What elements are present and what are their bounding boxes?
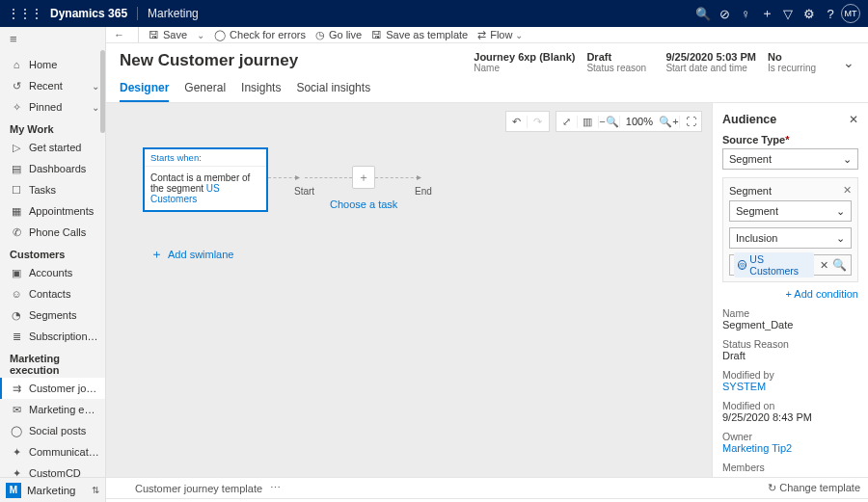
user-avatar[interactable]: MT — [841, 4, 860, 23]
chevron-down-icon: ⌄ — [92, 102, 99, 113]
redo-button[interactable]: ↷ — [528, 116, 549, 128]
flow-button[interactable]: ⇄Flow ⌄ — [477, 29, 532, 41]
tab-social-insights[interactable]: Social insights — [296, 81, 370, 102]
designer-canvas[interactable]: ↶↷ ⤢▥−🔍100%🔍+⛶ Starts when: Contact is a… — [106, 103, 712, 477]
add-icon[interactable]: ＋ — [756, 5, 777, 22]
settings-icon[interactable]: ⚙ — [799, 7, 820, 21]
nav-segments[interactable]: ◔Segments — [0, 304, 105, 326]
flow-icon: ⇄ — [477, 29, 486, 41]
layout-icon[interactable]: ▥ — [578, 116, 599, 128]
nav-social-posts[interactable]: ◯Social posts — [0, 420, 105, 441]
back-icon: ← — [114, 29, 124, 40]
nav-marketing-emails[interactable]: ✉Marketing emails — [0, 399, 105, 420]
zoom-out-button[interactable]: −🔍 — [599, 116, 620, 128]
section-marketing-exec: Marketing execution — [0, 347, 105, 378]
check-errors-button[interactable]: ◯Check for errors — [214, 29, 306, 41]
add-action-tile[interactable]: ＋ — [352, 166, 375, 189]
nav-customcd[interactable]: ✦CustomCD — [0, 462, 105, 477]
lightbulb-icon[interactable]: ♀ — [735, 7, 756, 21]
nav-appointments[interactable]: ▦Appointments — [0, 200, 105, 222]
more-icon[interactable]: ⋯ — [270, 482, 281, 494]
target-icon: ◎ — [738, 260, 746, 270]
hamburger-icon[interactable]: ≡ — [0, 27, 105, 50]
global-nav-bar: ⋮⋮⋮ Dynamics 365 Marketing 🔍 ⊘ ♀ ＋ ▽ ⚙ ?… — [0, 0, 868, 27]
remove-group-icon[interactable]: ✕ — [843, 184, 852, 197]
help-icon[interactable]: ? — [820, 7, 841, 21]
properties-panel: Audience✕ Source Type* Segment⌄ Segment✕… — [712, 103, 868, 477]
header-field-start[interactable]: 9/25/2020 5:03 PMStart date and time — [665, 51, 756, 73]
tab-general[interactable]: General — [184, 81, 226, 102]
recent-icon: ↺ — [10, 80, 23, 92]
filter-icon[interactable]: ▽ — [777, 7, 799, 21]
source-type-select[interactable]: Segment⌄ — [722, 148, 858, 170]
app-launcher-icon[interactable]: ⋮⋮⋮ — [8, 7, 42, 20]
area-switcher[interactable]: M Marketing ⇅ — [0, 477, 105, 502]
dashboard-icon: ▤ — [10, 163, 23, 175]
panel-title: Audience — [722, 113, 849, 126]
nav-customer-journeys[interactable]: ⇉Customer journeys — [0, 378, 105, 399]
chevron-down-icon: ⌄ — [515, 30, 523, 40]
page-title: New Customer journey — [120, 51, 462, 70]
nav-accounts[interactable]: ▣Accounts — [0, 262, 105, 283]
accounts-icon: ▣ — [10, 267, 23, 279]
nav-get-started[interactable]: ▷Get started — [0, 137, 105, 158]
change-template-link[interactable]: ↻ Change template — [768, 482, 860, 494]
close-panel-icon[interactable]: ✕ — [849, 113, 858, 126]
nav-recent[interactable]: ↺Recent⌄ — [0, 75, 105, 96]
nav-communication[interactable]: ✦Communication D... — [0, 441, 105, 462]
header-field-status[interactable]: DraftStatus reason — [586, 51, 654, 73]
save-button[interactable]: 🖫Save — [149, 29, 187, 40]
header-field-name[interactable]: Journey 6xp (Blank)Name — [474, 51, 575, 73]
scope-select[interactable]: Inclusion⌄ — [729, 227, 852, 249]
modified-by-link[interactable]: SYSTEM — [722, 381, 858, 392]
search-icon[interactable]: 🔍 — [692, 7, 714, 21]
lookup-search-icon[interactable]: 🔍 — [832, 258, 847, 272]
back-button[interactable]: ← — [114, 29, 128, 40]
clear-chip-icon[interactable]: ✕ — [820, 259, 828, 272]
golive-icon: ◷ — [315, 29, 325, 41]
save-dropdown[interactable]: ⌄ — [197, 30, 204, 40]
nav-subscription[interactable]: ≣Subscription lists — [0, 326, 105, 347]
scrollbar-thumb[interactable] — [100, 50, 105, 133]
list-icon: ≣ — [10, 330, 23, 343]
go-live-button[interactable]: ◷Go live — [315, 29, 362, 41]
plus-icon: ＋ — [150, 247, 163, 261]
owner-link[interactable]: Marketing Tip2 — [722, 442, 858, 454]
segment-type-select[interactable]: Segment⌄ — [729, 200, 852, 222]
audience-tile[interactable]: Starts when: Contact is a member of the … — [143, 147, 268, 212]
nav-contacts[interactable]: ☺Contacts — [0, 283, 105, 304]
segment-metadata: NameSegment_Date Status ReasonDraft Modi… — [722, 307, 858, 473]
nav-pinned[interactable]: ✧Pinned⌄ — [0, 96, 105, 118]
save-template-button[interactable]: 🖫Save as template — [371, 29, 468, 40]
fit-icon[interactable]: ⤢ — [556, 116, 578, 128]
command-bar: ← 🖫Save ⌄ ◯Check for errors ◷Go live 🖫Sa… — [106, 27, 868, 43]
template-label: Customer journey template — [135, 483, 262, 494]
undo-button[interactable]: ↶ — [506, 116, 528, 128]
header-expand-icon[interactable]: ⌄ — [843, 55, 854, 70]
area-updown-icon: ⇅ — [92, 485, 99, 495]
nav-tasks[interactable]: ☐Tasks — [0, 179, 105, 200]
task-icon[interactable]: ⊘ — [714, 7, 735, 21]
calendar-icon: ▦ — [10, 205, 23, 218]
tile-body: Contact is a member of the segment US Cu… — [145, 167, 266, 210]
segment-chip[interactable]: ◎US Customers — [734, 252, 814, 277]
choose-task-link[interactable]: Choose a task — [330, 198, 397, 210]
add-condition-link[interactable]: + Add condition — [722, 288, 858, 300]
nav-home[interactable]: ⌂Home — [0, 54, 105, 75]
segment-lookup[interactable]: ◎US Customers ✕ 🔍 — [729, 254, 852, 276]
chevron-down-icon: ⌄ — [843, 153, 852, 166]
module-name: Marketing — [137, 7, 199, 20]
zoom-in-button[interactable]: 🔍+ — [659, 116, 680, 128]
source-type-label: Source Type* — [722, 134, 858, 145]
tab-designer[interactable]: Designer — [120, 81, 169, 102]
nav-phone-calls[interactable]: ✆Phone Calls — [0, 222, 105, 243]
email-icon: ✉ — [10, 404, 23, 416]
header-field-recurring[interactable]: NoIs recurring — [768, 51, 835, 73]
start-label: Start — [294, 186, 314, 197]
chevron-down-icon: ⌄ — [836, 232, 845, 245]
add-swimlane-button[interactable]: ＋Add swimlane — [150, 246, 233, 263]
nav-dashboards[interactable]: ▤Dashboards — [0, 158, 105, 179]
fullscreen-button[interactable]: ⛶ — [680, 116, 701, 127]
home-icon: ⌂ — [10, 59, 23, 70]
tab-insights[interactable]: Insights — [241, 81, 281, 102]
